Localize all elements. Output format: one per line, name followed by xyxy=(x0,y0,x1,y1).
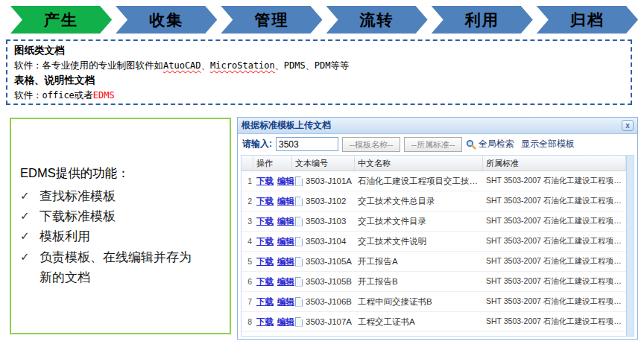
doc-standard-cell: SHT 3503-2007 石油化工建设工程项目交工… xyxy=(483,296,626,307)
table-row: 6 下载 编辑 3503-J105B 开工报告B SHT 3503-2007 石… xyxy=(242,272,626,292)
doc-code: 3503-J104 xyxy=(306,237,346,246)
document-icon xyxy=(295,217,303,226)
search-input[interactable] xyxy=(276,137,338,151)
software-name-office: office xyxy=(42,90,75,101)
download-link[interactable]: 下载 xyxy=(256,256,274,267)
doc-standard-cell: SHT 3503-2007 石油化工建设工程项目交工… xyxy=(483,256,626,267)
row-number: 4 xyxy=(242,237,253,246)
download-link[interactable]: 下载 xyxy=(256,316,274,328)
feature-item: ✓ 负责模板、在线编辑并存为新的文档 xyxy=(20,247,222,287)
close-button[interactable]: x xyxy=(622,120,634,131)
edms-features-box: EDMS提供的功能： ✓ 查找标准模板 ✓ 下载标准模板 ✓ 模板利用 ✓ 负责… xyxy=(10,118,231,334)
doc-code-cell: 3503-J104 xyxy=(292,237,355,246)
row-number: 6 xyxy=(242,277,253,286)
features-title: EDMS提供的功能： xyxy=(20,165,222,182)
doc-code: 3503-J107A xyxy=(306,317,352,326)
header-doc-code[interactable]: 文本编号 xyxy=(292,156,355,171)
download-link[interactable]: 下载 xyxy=(256,236,274,247)
download-link[interactable]: 下载 xyxy=(256,296,274,308)
document-icon xyxy=(295,257,303,267)
row-actions: 下载 编辑 xyxy=(253,216,292,227)
feature-item-label: 查找标准模板 xyxy=(40,186,202,206)
flow-step: 归档 xyxy=(537,6,638,34)
window-title: 根据标准模板上传文档 xyxy=(242,119,331,132)
note-line-drawing-software: 软件：各专业使用的专业制图软件如AtuoCAD、MicroStation、PDM… xyxy=(14,59,624,73)
doc-name-cell: 工程中间交接证书B xyxy=(355,296,483,308)
row-number: 7 xyxy=(242,297,253,306)
note-line-table-docs: 表格、说明性文档 xyxy=(14,73,624,89)
flow-step: 管理 xyxy=(221,6,322,34)
download-link[interactable]: 下载 xyxy=(256,176,274,187)
checkmark-icon: ✓ xyxy=(20,226,40,246)
doc-code: 3503-J102 xyxy=(306,197,346,206)
doc-name-cell: 石油化工建设工程项目交工技术文件封面A xyxy=(355,176,483,187)
vertical-scrollbar[interactable] xyxy=(626,156,634,336)
slide-canvas: 产生 收集 管理 流转 利用 归档 图纸类文档 软件：各专业使用的专业 xyxy=(0,0,644,347)
table-row: 1 下载 编辑 3503-J101A 石油化工建设工程项目交工技术文件封面A S… xyxy=(242,171,626,191)
feature-item-label: 模板利用 xyxy=(40,226,202,246)
doc-code-cell: 3503-J105A xyxy=(292,257,355,267)
doc-code: 3503-J101A xyxy=(306,176,352,185)
flow-step-label: 管理 xyxy=(254,10,288,31)
feature-item-label: 下载标准模板 xyxy=(40,206,202,226)
header-doc-name[interactable]: 中文名称 xyxy=(355,156,483,171)
doc-code: 3503-J106B xyxy=(306,297,352,306)
doc-standard-cell: SHT 3503-2007 石油化工建设工程项目交工… xyxy=(483,316,626,327)
software-name-edms: EDMS xyxy=(93,90,115,101)
grid-container: 操作 文本编号 中文名称 所属标准 1 下载 编辑 3503-J1 xyxy=(241,155,634,337)
flow-step-label: 收集 xyxy=(149,10,183,31)
feature-item: ✓ 模板利用 xyxy=(20,226,222,246)
checkmark-icon: ✓ xyxy=(20,186,40,206)
global-search-button[interactable]: 全局检索 xyxy=(466,138,514,150)
header-actions[interactable]: 操作 xyxy=(253,156,292,171)
doc-name-cell: 工程交工证书A xyxy=(355,316,483,328)
flow-step: 收集 xyxy=(116,6,217,34)
row-actions: 下载 编辑 xyxy=(253,276,292,287)
doc-standard-cell: SHT 3503-2007 石油化工建设工程项目交工… xyxy=(483,176,626,186)
note-line-drawing-docs: 图纸类文档 xyxy=(14,43,624,59)
window-titlebar: 根据标准模板上传文档 x xyxy=(238,118,637,134)
download-link[interactable]: 下载 xyxy=(256,276,274,287)
software-name-autocad: AtuoCAD xyxy=(163,60,201,71)
flow-step-label: 利用 xyxy=(465,10,499,31)
note-line-office-software: 软件：office或者EDMS xyxy=(14,89,624,103)
table-row: 4 下载 编辑 3503-J104 交工技术文件说明 SHT 3503-2007… xyxy=(242,232,626,252)
download-link[interactable]: 下载 xyxy=(256,216,274,227)
note-box: 图纸类文档 软件：各专业使用的专业制图软件如AtuoCAD、MicroStati… xyxy=(6,39,632,105)
row-number: 5 xyxy=(242,257,253,266)
doc-name-cell: 交工技术文件说明 xyxy=(355,236,483,247)
doc-name-cell: 开工报告B xyxy=(355,276,483,287)
document-icon xyxy=(295,277,303,287)
checkmark-icon: ✓ xyxy=(20,206,40,226)
doc-standard-cell: SHT 3503-2007 石油化工建设工程项目交工… xyxy=(483,196,626,206)
header-standard[interactable]: 所属标准 xyxy=(483,156,626,171)
feature-item: ✓ 查找标准模板 xyxy=(20,186,222,206)
doc-standard-cell: SHT 3503-2007 石油化工建设工程项目交工… xyxy=(483,276,626,287)
row-actions: 下载 编辑 xyxy=(253,236,292,247)
table-row: 5 下载 编辑 3503-J105A 开工报告A SHT 3503-2007 石… xyxy=(242,252,626,272)
row-actions: 下载 编辑 xyxy=(253,316,292,328)
template-name-dropdown[interactable]: --模板名称-- xyxy=(342,137,400,152)
flow-step: 利用 xyxy=(432,6,533,34)
doc-code-cell: 3503-J102 xyxy=(292,197,355,206)
doc-code: 3503-J103 xyxy=(306,217,346,226)
table-row: 8 下载 编辑 3503-J107A 工程交工证书A SHT 3503-2007… xyxy=(242,312,626,332)
row-number: 2 xyxy=(242,197,253,206)
doc-name-cell: 交工技术文件目录 xyxy=(355,216,483,227)
software-name-microstation: MicroStation xyxy=(210,60,275,71)
feature-item-label: 负责模板、在线编辑并存为新的文档 xyxy=(40,247,202,287)
show-all-templates-button[interactable]: 显示全部模板 xyxy=(521,138,575,150)
row-actions: 下载 编辑 xyxy=(253,256,292,267)
row-number: 8 xyxy=(242,317,253,326)
standard-dropdown[interactable]: --所属标准-- xyxy=(404,137,462,152)
upload-template-window: 根据标准模板上传文档 x 请输入: --模板名称-- --所属标准-- 全局检索… xyxy=(237,117,638,340)
document-icon xyxy=(295,237,303,246)
templates-grid: 操作 文本编号 中文名称 所属标准 1 下载 编辑 3503-J1 xyxy=(242,156,626,336)
flow-step: 产生 xyxy=(10,6,112,34)
checkmark-icon: ✓ xyxy=(20,247,40,287)
doc-standard-cell: SHT 3503-2007 石油化工建设工程项目交工… xyxy=(483,216,626,226)
row-number: 3 xyxy=(242,217,253,226)
doc-code-cell: 3503-J103 xyxy=(292,217,355,226)
flow-step-label: 归档 xyxy=(570,10,604,31)
download-link[interactable]: 下载 xyxy=(256,196,274,207)
